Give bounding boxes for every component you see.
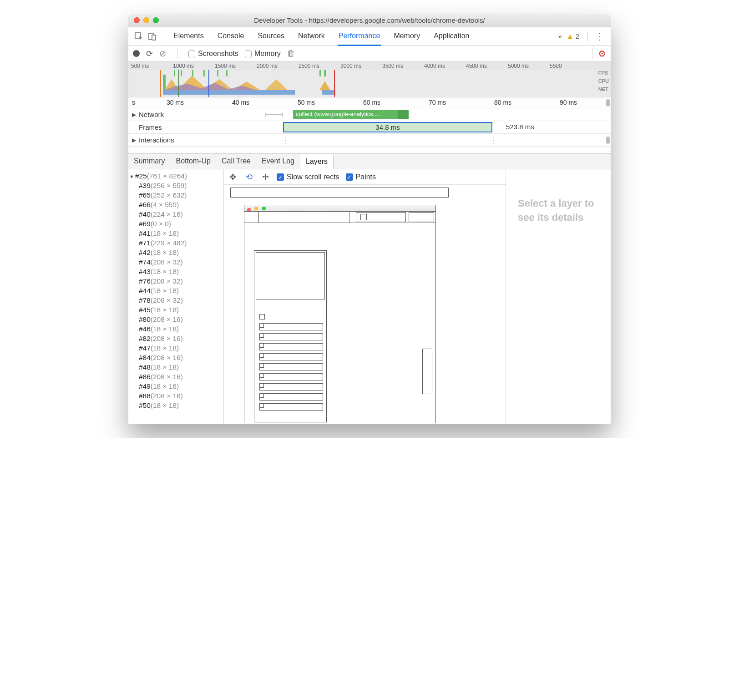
device-toggle-icon[interactable] bbox=[147, 31, 157, 41]
overview-tick: 5000 ms bbox=[508, 63, 529, 69]
detail-ruler-tick: 40 ms bbox=[232, 99, 249, 106]
screenshots-checkbox[interactable]: Screenshots bbox=[188, 50, 238, 58]
layer-tree-item[interactable]: #86(208 × 16) bbox=[129, 372, 223, 381]
capture-settings-icon[interactable]: ⚙ bbox=[592, 48, 606, 59]
slow-scroll-rects-checkbox[interactable]: ✓Slow scroll rects bbox=[277, 173, 339, 181]
layer-tree-item[interactable]: #71(229 × 482) bbox=[129, 238, 223, 248]
overview-ruler: 500 ms1000 ms1500 ms2000 ms2500 ms3000 m… bbox=[128, 62, 611, 70]
detail-tab-bottom-up[interactable]: Bottom-Up bbox=[170, 154, 216, 169]
detail-ruler-tick: 80 ms bbox=[494, 99, 511, 106]
clear-icon[interactable]: ⊘ bbox=[159, 49, 166, 59]
scroll-thumb[interactable] bbox=[606, 137, 610, 144]
layers-3d-view[interactable] bbox=[224, 185, 506, 424]
overview-timeline[interactable]: 500 ms1000 ms1500 ms2000 ms2500 ms3000 m… bbox=[128, 62, 611, 97]
overview-tick: 2500 ms bbox=[299, 63, 319, 69]
close-window-button[interactable] bbox=[134, 17, 140, 23]
layer-tree-item[interactable]: #42(18 × 18) bbox=[129, 248, 223, 257]
layer-tree-item[interactable]: #82(208 × 16) bbox=[129, 334, 223, 343]
layer-tree-item[interactable]: #76(208 × 32) bbox=[129, 276, 223, 286]
customize-icon[interactable]: ⋮ bbox=[595, 31, 604, 42]
warning-count: 2 bbox=[576, 32, 579, 40]
inspect-element-icon[interactable] bbox=[134, 31, 144, 41]
layer-tree-item[interactable]: #43(18 × 18) bbox=[129, 267, 223, 276]
memory-checkbox[interactable]: Memory bbox=[245, 50, 281, 58]
layer-tree-item[interactable]: #39(256 × 559) bbox=[129, 181, 223, 190]
svg-rect-12 bbox=[324, 70, 326, 76]
minimize-window-button[interactable] bbox=[143, 17, 149, 23]
pan-icon[interactable]: ✥ bbox=[228, 172, 238, 182]
scroll-thumb[interactable] bbox=[606, 99, 610, 107]
layer-details-placeholder: Select a layer to see its details bbox=[506, 169, 611, 424]
layer-tree-item[interactable]: #50(18 × 18) bbox=[129, 401, 223, 410]
layers-canvas-toolbar: ✥ ⟲ ✢ ✓Slow scroll rects ✓Paints bbox=[224, 169, 506, 185]
layer-tree-item[interactable]: #84(208 × 16) bbox=[129, 353, 223, 362]
warnings-indicator[interactable]: ▲ 2 bbox=[567, 32, 579, 41]
zoom-window-button[interactable] bbox=[153, 17, 159, 23]
detail-tab-event-log[interactable]: Event Log bbox=[256, 154, 300, 169]
frame-block[interactable]: 523.8 ms bbox=[506, 123, 534, 131]
detail-tab-summary[interactable]: Summary bbox=[128, 154, 170, 169]
detail-subtabs: SummaryBottom-UpCall TreeEvent LogLayers bbox=[128, 154, 611, 169]
panel-tab-sources[interactable]: Sources bbox=[257, 27, 285, 46]
performance-toolbar: ⟳ ⊘ Screenshots Memory 🗑 ⚙ bbox=[128, 46, 611, 62]
detail-ruler[interactable]: s30 ms40 ms50 ms60 ms70 ms80 ms90 ms bbox=[128, 97, 611, 108]
reset-icon[interactable]: ✢ bbox=[260, 172, 270, 182]
layer-tree-item[interactable]: #66(4 × 559) bbox=[129, 200, 223, 209]
window-title: Developer Tools - https://developers.goo… bbox=[128, 16, 611, 24]
layer-tree-item[interactable]: #74(208 × 32) bbox=[129, 257, 223, 267]
expand-icon[interactable]: ▶ bbox=[132, 137, 136, 143]
layer-tree-item[interactable]: #45(18 × 18) bbox=[129, 305, 223, 314]
record-button[interactable] bbox=[133, 50, 140, 57]
layer-tree-item[interactable]: #46(18 × 18) bbox=[129, 324, 223, 334]
panel-tabs: ElementsConsoleSourcesNetworkPerformance… bbox=[172, 27, 553, 46]
reload-record-icon[interactable]: ⟳ bbox=[146, 49, 153, 59]
layer-tree-item[interactable]: #78(208 × 32) bbox=[129, 295, 223, 305]
detail-ruler-tick: s bbox=[132, 99, 135, 106]
frame-block-selected[interactable]: 34.8 ms bbox=[283, 122, 492, 132]
detail-ruler-tick: 50 ms bbox=[298, 99, 315, 106]
detail-tab-call-tree[interactable]: Call Tree bbox=[216, 154, 256, 169]
panel-tab-performance[interactable]: Performance bbox=[338, 27, 381, 46]
paints-checkbox[interactable]: ✓Paints bbox=[346, 173, 376, 181]
collapse-icon[interactable]: ▼ bbox=[129, 174, 134, 179]
layer-tree-item[interactable]: #65(252 × 632) bbox=[129, 190, 223, 200]
expand-icon[interactable]: ▶ bbox=[132, 112, 136, 118]
layer-tree-item[interactable]: #88(208 × 16) bbox=[129, 391, 223, 401]
interactions-row[interactable]: ▶ Interactions bbox=[128, 134, 611, 147]
layer-tree-item[interactable]: #80(208 × 16) bbox=[129, 314, 223, 324]
detail-tab-layers[interactable]: Layers bbox=[300, 154, 334, 169]
network-whisker bbox=[265, 114, 283, 115]
overview-metric-label: FPS bbox=[598, 70, 609, 76]
layer-tree-item[interactable]: #49(18 × 18) bbox=[129, 381, 223, 391]
layer-tree-item[interactable]: ▼#25(761 × 8264) bbox=[129, 171, 223, 181]
frames-row[interactable]: ▶ Frames 34.8 ms 523.8 ms bbox=[128, 121, 611, 134]
rotate-icon[interactable]: ⟲ bbox=[244, 172, 254, 182]
network-request-block[interactable]: collect (www.google-analytics.… bbox=[293, 110, 398, 119]
svg-rect-8 bbox=[203, 70, 205, 76]
devtools-toolbar: ElementsConsoleSourcesNetworkPerformance… bbox=[128, 27, 611, 46]
svg-rect-2 bbox=[152, 35, 156, 40]
panel-tab-application[interactable]: Application bbox=[433, 27, 470, 46]
panel-tab-network[interactable]: Network bbox=[297, 27, 326, 46]
garbage-collect-icon[interactable]: 🗑 bbox=[287, 49, 295, 58]
detail-ruler-tick: 70 ms bbox=[429, 99, 446, 106]
layer-tree-item[interactable]: #47(18 × 18) bbox=[129, 343, 223, 353]
svg-rect-9 bbox=[217, 70, 218, 76]
overview-tick: 2000 ms bbox=[257, 63, 278, 69]
layer-tree-item[interactable]: #41(18 × 18) bbox=[129, 228, 223, 238]
panel-tab-elements[interactable]: Elements bbox=[172, 27, 205, 46]
layer-tree-item[interactable]: #69(0 × 0) bbox=[129, 219, 223, 228]
overview-tick: 1500 ms bbox=[215, 63, 236, 69]
panel-tab-memory[interactable]: Memory bbox=[393, 27, 421, 46]
warning-icon: ▲ bbox=[567, 32, 574, 41]
layers-tree[interactable]: ▼#25(761 × 8264) #39(256 × 559) #65(252 … bbox=[128, 169, 224, 424]
network-request-block[interactable] bbox=[398, 110, 409, 119]
panel-tab-console[interactable]: Console bbox=[217, 27, 245, 46]
layer-tree-item[interactable]: #48(18 × 18) bbox=[129, 362, 223, 372]
more-panels-icon[interactable]: » bbox=[558, 32, 562, 40]
layer-tree-item[interactable]: #44(18 × 18) bbox=[129, 286, 223, 295]
overview-tick: 4500 ms bbox=[466, 63, 487, 69]
detail-ruler-tick: 30 ms bbox=[167, 99, 184, 106]
layer-tree-item[interactable]: #40(224 × 16) bbox=[129, 209, 223, 219]
network-row[interactable]: ▶ Network collect (www.google-analytics.… bbox=[128, 108, 611, 121]
